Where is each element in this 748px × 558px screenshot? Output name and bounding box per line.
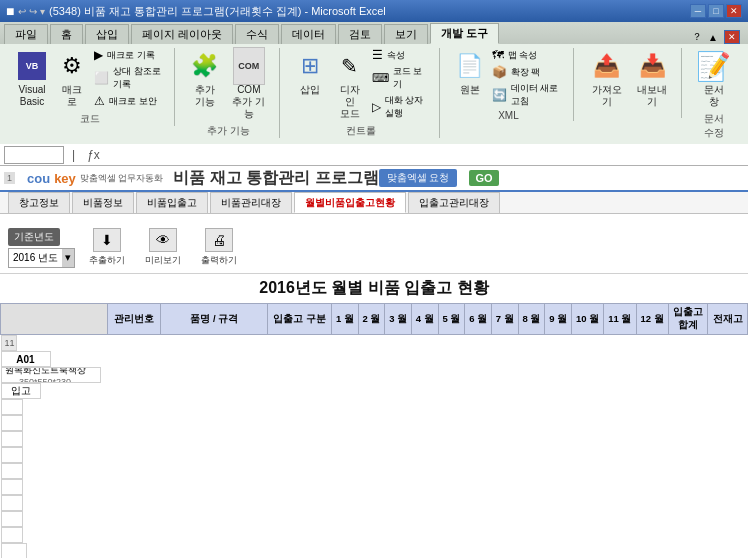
maximize-button[interactable]: □: [708, 4, 724, 18]
record-macro-btn[interactable]: ▶매크로 기록: [94, 48, 166, 62]
export-button[interactable]: 📥 내보내기: [632, 48, 673, 110]
map-prop-btn[interactable]: 🗺맵 속성: [492, 48, 566, 62]
security-icon: ⚠: [94, 94, 105, 108]
formula-input[interactable]: [108, 146, 744, 164]
relative-ref-btn[interactable]: ⬜상대 참조로 기록: [94, 65, 166, 91]
preview-icon: 👁: [149, 228, 177, 252]
dialog-run-btn[interactable]: ▷대화 상자 실행: [372, 94, 431, 120]
macro-label: 매크로: [58, 84, 86, 108]
header-m6: 6 월: [465, 304, 492, 335]
table-body: 11A01원목화신노트북책상350*550*230입고02012출고13A02원…: [1, 335, 748, 559]
logo-sub: 맞춤엑셀 업무자동화: [80, 172, 164, 185]
minimize-ribbon-icon[interactable]: ▲: [708, 32, 718, 43]
data-refresh-btn[interactable]: 🔄데이터 새로 고침: [492, 82, 566, 108]
design-mode-button[interactable]: ✎ 디자인모드: [332, 48, 368, 122]
table-cell: [1, 415, 23, 431]
macro-button[interactable]: ⚙ 매크로: [54, 48, 90, 110]
logo-cou: cou: [27, 171, 50, 186]
ribbon-group-doc: 📝 문서창 문서수정: [686, 48, 742, 140]
code-view-btn[interactable]: ⌨코드 보기: [372, 65, 431, 91]
formula-separator: |: [68, 148, 79, 162]
header-m12: 12 월: [636, 304, 668, 335]
window-controls: ─ □ ✕: [690, 4, 742, 18]
year-selector[interactable]: 2016 년도 ▾: [8, 248, 75, 268]
nav-tab-warehouse[interactable]: 창고정보: [8, 192, 70, 213]
add-feature-label: 추가기능: [195, 84, 215, 108]
table-cell: 원목화신노트북책상350*550*230: [1, 367, 101, 383]
table-cell: [1, 463, 23, 479]
tab-data[interactable]: 데이터: [281, 24, 336, 44]
import-label: 가져오기: [590, 84, 623, 108]
ribbon-group-controls: ⊞ 삽입 ✎ 디자인모드 ☰속성 ⌨코드 보기 ▷대화 상자 실행 컨트롤: [284, 48, 440, 138]
header-m9: 9 월: [545, 304, 572, 335]
source-label: 원본: [460, 84, 480, 96]
match-request-button[interactable]: 맞춤엑셀 요청: [379, 169, 458, 187]
app-title: 비품 재고 통합관리 프로그램: [173, 168, 378, 189]
tab-review[interactable]: 검토: [338, 24, 382, 44]
year-value: 2016 년도: [9, 251, 62, 265]
data-table: 관리번호 품명 / 규격 입출고 구분 1 월 2 월 3 월 4 월 5 월 …: [0, 303, 748, 558]
title-bar-left: ■ ↩ ↪ ▾ (5348) 비품 재고 통합관리 프로그램(거래횟수 집계) …: [6, 3, 386, 19]
spacer-row-3: [0, 214, 748, 222]
table-cell: [1, 479, 23, 495]
minimize-button[interactable]: ─: [690, 4, 706, 18]
add-feature-button[interactable]: 🧩 추가기능: [187, 48, 223, 110]
nav-tab-ledger[interactable]: 비품관리대장: [210, 192, 292, 213]
header-m11: 11 월: [604, 304, 636, 335]
tab-page-layout[interactable]: 페이지 레이아웃: [131, 24, 233, 44]
expand-pack-btn[interactable]: 📦확장 팩: [492, 65, 566, 79]
com-icon: COM: [233, 50, 265, 82]
tab-view[interactable]: 보기: [384, 24, 428, 44]
vb-icon-shape: VB: [18, 52, 46, 80]
year-dropdown-arrow[interactable]: ▾: [62, 249, 74, 267]
tab-insert[interactable]: 삽입: [85, 24, 129, 44]
table-cell: 입고: [1, 383, 41, 399]
source-button[interactable]: 📄 원본: [452, 48, 488, 98]
header-prev: 전재고: [708, 304, 748, 335]
controls-area: 기준년도 2016 년도 ▾ ⬇ 추출하기 👁 미리보기 🖨 출력하기: [0, 222, 748, 274]
page-title-row: 2016년도 월별 비품 입출고 현황: [0, 274, 748, 303]
fx-label: ƒx: [83, 148, 104, 162]
tab-developer[interactable]: 개발 도구: [430, 23, 499, 44]
header-m5: 5 월: [438, 304, 465, 335]
header-id: 관리번호: [107, 304, 160, 335]
refresh-icon: 🔄: [492, 88, 507, 102]
macro-security-btn[interactable]: ⚠매크로 보안: [94, 94, 166, 108]
nav-tab-monthly[interactable]: 월별비품입출고현황: [294, 192, 406, 213]
nav-tab-inout-ledger[interactable]: 입출고관리대장: [408, 192, 500, 213]
tab-file[interactable]: 파일: [4, 24, 48, 44]
doc-edit-button[interactable]: 📝 문서창: [694, 48, 734, 110]
extract-button[interactable]: ⬇ 추출하기: [83, 226, 131, 269]
relative-icon: ⬜: [94, 71, 109, 85]
nav-tab-item-info[interactable]: 비품정보: [72, 192, 134, 213]
table-cell: [1, 431, 23, 447]
tab-formula[interactable]: 수식: [235, 24, 279, 44]
ribbon-group-modify: 📤 가져오기 📥 내보내기: [578, 48, 682, 118]
code-group-label: 코드: [80, 112, 100, 126]
ribbon-group-code: VB VisualBasic ⚙ 매크로 ▶매크로 기록 ⬜상대 참조로 기록 …: [6, 48, 175, 126]
add-feature-icon: 🧩: [189, 50, 221, 82]
visual-basic-button[interactable]: VB VisualBasic: [14, 48, 50, 110]
header-m8: 8 월: [518, 304, 545, 335]
close-app-button[interactable]: ✕: [724, 30, 740, 44]
table-cell: [1, 527, 23, 543]
header-m4: 4 월: [411, 304, 438, 335]
print-button[interactable]: 🖨 출력하기: [195, 226, 243, 269]
window-title: (5348) 비품 재고 통합관리 프로그램(거래횟수 집계) - Micros…: [49, 4, 386, 19]
table-cell: 11: [1, 335, 17, 351]
preview-button[interactable]: 👁 미리보기: [139, 226, 187, 269]
go-button[interactable]: GO: [469, 170, 498, 186]
header-m2: 2 월: [358, 304, 385, 335]
help-icon[interactable]: ？: [692, 30, 702, 44]
name-box[interactable]: [4, 146, 64, 164]
tab-home[interactable]: 홈: [50, 24, 83, 44]
ribbon-group-xml: 📄 원본 🗺맵 속성 📦확장 팩 🔄데이터 새로 고침 XML: [444, 48, 575, 121]
ribbon-tabs: 파일 홈 삽입 페이지 레이아웃 수식 데이터 검토 보기 개발 도구 ？ ▲ …: [0, 22, 748, 44]
nav-tab-inout[interactable]: 비품입출고: [136, 192, 208, 213]
insert-button[interactable]: ⊞ 삽입: [292, 48, 328, 98]
properties-btn[interactable]: ☰속성: [372, 48, 431, 62]
close-button[interactable]: ✕: [726, 4, 742, 18]
import-button[interactable]: 📤 가져오기: [586, 48, 627, 110]
row-1-num: 1: [4, 172, 15, 184]
com-button[interactable]: COM COM추가 기능: [227, 48, 271, 122]
